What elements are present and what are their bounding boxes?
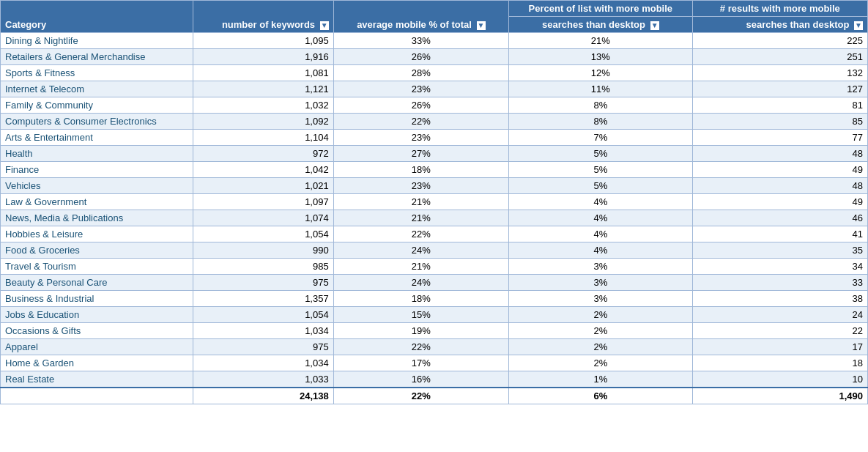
results-cell: 48 — [692, 178, 867, 194]
data-table: Category number of keywords ▼ average mo… — [0, 0, 868, 404]
table-row: Arts & Entertainment1,10423%7%77 — [1, 130, 868, 146]
avg-mobile-cell: 24% — [333, 275, 508, 291]
avg-mobile-cell: 23% — [333, 178, 508, 194]
keywords-cell: 1,092 — [193, 114, 333, 130]
table-row: Computers & Consumer Electronics1,09222%… — [1, 114, 868, 130]
table-row: Home & Garden1,03417%2%18 — [1, 355, 868, 371]
keywords-cell: 1,054 — [193, 307, 333, 323]
pct-list-cell: 2% — [509, 355, 693, 371]
table-row: Hobbies & Leisure1,05422%4%41 — [1, 226, 868, 242]
col-pct-group-header: Percent of list with more mobile — [509, 1, 693, 17]
totals-row: 24,13822%6%1,490 — [1, 388, 868, 404]
results-cell: 46 — [692, 210, 867, 226]
pct-list-cell: 3% — [509, 291, 693, 307]
avg-mobile-cell: 26% — [333, 49, 508, 65]
category-cell: Finance — [1, 162, 193, 178]
keywords-cell: 1,097 — [193, 194, 333, 210]
pct-list-cell: 8% — [509, 97, 693, 114]
table-row: Food & Groceries99024%4%35 — [1, 242, 868, 259]
avg-mobile-cell: 27% — [333, 146, 508, 162]
category-cell: Dining & Nightlife — [1, 33, 193, 49]
avg-mobile-cell: 22% — [333, 114, 508, 130]
avg-mobile-cell: 26% — [333, 97, 508, 114]
avg-mobile-dropdown-icon[interactable]: ▼ — [477, 21, 486, 30]
keywords-cell: 1,034 — [193, 355, 333, 371]
keywords-cell: 1,095 — [193, 33, 333, 49]
category-cell: News, Media & Publications — [1, 210, 193, 226]
pct-list-cell: 5% — [509, 178, 693, 194]
table-row: Sports & Fitness1,08128%12%132 — [1, 65, 868, 81]
avg-mobile-cell: 21% — [333, 259, 508, 275]
pct-list-cell: 1% — [509, 371, 693, 388]
results-cell: 41 — [692, 226, 867, 242]
category-cell: Home & Garden — [1, 355, 193, 371]
results-cell: 225 — [692, 33, 867, 49]
avg-mobile-cell: 19% — [333, 323, 508, 339]
col-pct-list-header[interactable]: searches than desktop ▼ — [509, 17, 693, 33]
keywords-cell: 990 — [193, 242, 333, 259]
keywords-cell: 1,021 — [193, 178, 333, 194]
pct-list-cell: 7% — [509, 130, 693, 146]
avg-mobile-cell: 24% — [333, 242, 508, 259]
pct-list-dropdown-icon[interactable]: ▼ — [650, 21, 659, 30]
keywords-cell: 1,032 — [193, 97, 333, 114]
results-cell: 85 — [692, 114, 867, 130]
avg-mobile-cell: 16% — [333, 371, 508, 388]
avg-mobile-cell: 21% — [333, 210, 508, 226]
pct-list-cell: 13% — [509, 49, 693, 65]
pct-list-cell: 8% — [509, 114, 693, 130]
pct-list-cell: 4% — [509, 194, 693, 210]
col-results-header[interactable]: searches than desktop ▼ — [692, 17, 867, 33]
keywords-cell: 1,034 — [193, 323, 333, 339]
category-cell: Apparel — [1, 339, 193, 355]
pct-list-cell: 2% — [509, 339, 693, 355]
category-cell: Occasions & Gifts — [1, 323, 193, 339]
category-cell: Law & Government — [1, 194, 193, 210]
results-cell: 127 — [692, 81, 867, 97]
col-category-header: Category — [1, 1, 193, 33]
pct-list-cell: 2% — [509, 323, 693, 339]
table-row: Jobs & Education1,05415%2%24 — [1, 307, 868, 323]
keywords-cell: 1,104 — [193, 130, 333, 146]
results-cell: 38 — [692, 291, 867, 307]
results-cell: 81 — [692, 97, 867, 114]
results-dropdown-icon[interactable]: ▼ — [854, 21, 863, 30]
avg-mobile-cell: 23% — [333, 81, 508, 97]
category-cell: Retailers & General Merchandise — [1, 49, 193, 65]
table-row: Travel & Tourism98521%3%34 — [1, 259, 868, 275]
results-cell: 251 — [692, 49, 867, 65]
pct-list-cell: 5% — [509, 162, 693, 178]
results-cell: 22 — [692, 323, 867, 339]
results-cell: 132 — [692, 65, 867, 81]
category-cell: Real Estate — [1, 371, 193, 388]
keywords-cell: 1,042 — [193, 162, 333, 178]
table-row: Occasions & Gifts1,03419%2%22 — [1, 323, 868, 339]
avg-mobile-cell: 28% — [333, 65, 508, 81]
keywords-cell: 975 — [193, 339, 333, 355]
keywords-dropdown-icon[interactable]: ▼ — [320, 21, 329, 30]
pct-list-cell: 2% — [509, 307, 693, 323]
pct-list-cell: 21% — [509, 33, 693, 49]
total-pct-list: 6% — [509, 388, 693, 404]
results-cell: 49 — [692, 162, 867, 178]
total-avg-mobile: 22% — [333, 388, 508, 404]
col-keywords-header[interactable]: number of keywords ▼ — [193, 1, 333, 33]
table-row: Law & Government1,09721%4%49 — [1, 194, 868, 210]
results-cell: 10 — [692, 371, 867, 388]
keywords-cell: 972 — [193, 146, 333, 162]
col-mobile-avg-header[interactable]: average mobile % of total ▼ — [333, 1, 508, 33]
category-cell: Computers & Consumer Electronics — [1, 114, 193, 130]
category-cell: Family & Community — [1, 97, 193, 114]
avg-mobile-cell: 33% — [333, 33, 508, 49]
avg-mobile-cell: 18% — [333, 162, 508, 178]
category-cell: Health — [1, 146, 193, 162]
table-row: Vehicles1,02123%5%48 — [1, 178, 868, 194]
category-cell: Beauty & Personal Care — [1, 275, 193, 291]
table-row: Dining & Nightlife1,09533%21%225 — [1, 33, 868, 49]
category-cell: Vehicles — [1, 178, 193, 194]
table-row: Real Estate1,03316%1%10 — [1, 371, 868, 388]
results-cell: 33 — [692, 275, 867, 291]
total-category — [1, 388, 193, 404]
avg-mobile-cell: 17% — [333, 355, 508, 371]
keywords-cell: 1,074 — [193, 210, 333, 226]
